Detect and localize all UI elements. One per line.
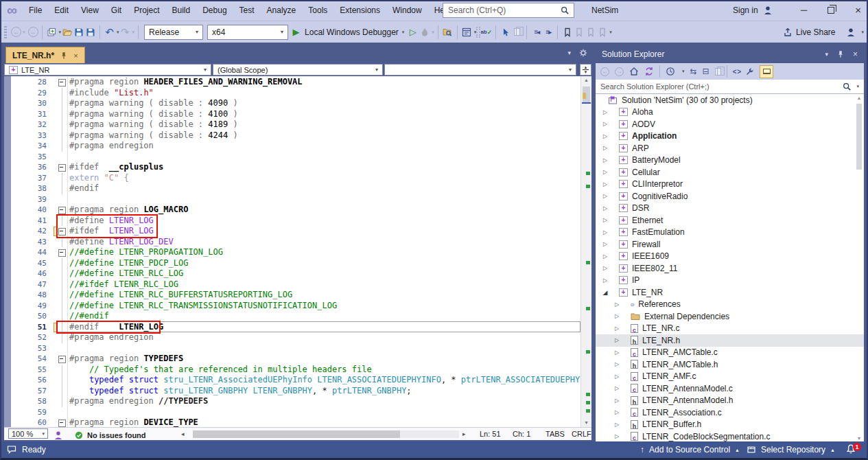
code-line-38[interactable]: 38#endif: [11, 183, 580, 194]
tree-item-batterymodel[interactable]: ▷+BatteryModel: [596, 154, 864, 167]
undo-button[interactable]: ↶: [104, 25, 115, 40]
tree-item-fastemulation[interactable]: ▷+FastEmulation: [596, 227, 864, 239]
line-number[interactable]: 41: [11, 216, 54, 227]
code-line-50[interactable]: 50//#endif: [11, 311, 580, 322]
health-indicator[interactable]: No issues found: [75, 429, 146, 441]
code-line-46[interactable]: 46//#define LTENR_RLC_LOG: [11, 268, 580, 279]
hot-reload-dropdown[interactable]: ▾: [432, 30, 434, 35]
collapsed-arrow-icon[interactable]: ▷: [601, 133, 609, 139]
collapsed-arrow-icon[interactable]: ▷: [613, 349, 621, 356]
line-number[interactable]: 60: [11, 417, 54, 427]
code-line-48[interactable]: 48//#define LTENR_RLC_BUFFERSTATUSREPORT…: [11, 290, 580, 301]
hscroll-left-arrow[interactable]: ◂: [181, 428, 185, 440]
code-line-60[interactable]: 60#pragma region DEVICE_TYPE: [11, 417, 580, 427]
code-line-54[interactable]: 54#pragma region TYPEDEFS: [11, 354, 580, 365]
collapsed-arrow-icon[interactable]: ▷: [601, 229, 609, 235]
tree-item-ltenr-association-c[interactable]: ▷cLTENR_Association.c: [596, 406, 864, 419]
configuration-combo[interactable]: Release▾: [144, 25, 203, 40]
increase-indent-button[interactable]: ≡▸: [542, 25, 554, 40]
menu-tools[interactable]: Tools: [302, 0, 333, 21]
tree-scroll-up[interactable]: ▲: [855, 95, 863, 100]
code-line-39[interactable]: 39: [11, 194, 580, 205]
fold-collapse-box[interactable]: [58, 226, 67, 237]
code-line-35[interactable]: 35: [11, 152, 580, 163]
tab-lte-nr-h[interactable]: LTE_NR.h* ×: [5, 47, 85, 63]
sync-with-active-document-button[interactable]: [644, 67, 654, 76]
menu-window[interactable]: Window: [386, 0, 428, 21]
line-number[interactable]: 29: [11, 88, 54, 99]
toolbar-overflow-dropdown[interactable]: ▾: [609, 30, 612, 35]
tree-item-ieee1609[interactable]: ▷+IEEE1609: [596, 251, 864, 263]
properties-button[interactable]: [746, 67, 754, 76]
line-number[interactable]: 56: [11, 375, 54, 386]
horizontal-scrollbar-thumb[interactable]: [193, 430, 400, 438]
pin-tab-icon[interactable]: [60, 51, 68, 60]
collapsed-arrow-icon[interactable]: ▷: [601, 205, 609, 211]
debug-target-dropdown[interactable]: ▾: [402, 30, 405, 35]
feedback-person-icon[interactable]: [846, 27, 856, 37]
panel-menu-dropdown-icon[interactable]: ▾: [825, 51, 828, 58]
line-number[interactable]: 50: [11, 311, 54, 322]
collapsed-arrow-icon[interactable]: ▷: [601, 277, 609, 284]
fold-collapse-box[interactable]: [58, 205, 67, 216]
line-number[interactable]: 32: [11, 119, 54, 130]
intellicode-icon[interactable]: [54, 429, 63, 441]
filter-dropdown[interactable]: ▾: [682, 69, 685, 74]
collapsed-arrow-icon[interactable]: ▷: [613, 385, 621, 391]
code-line-51[interactable]: 51#endif LTENR_LOG: [11, 322, 580, 333]
minimize-button[interactable]: ─: [801, 0, 807, 21]
live-share-button[interactable]: Live Share ▾: [782, 27, 864, 37]
code-line-34[interactable]: 34#pragma endregion: [11, 141, 580, 152]
notifications-button[interactable]: 1: [846, 444, 856, 456]
se-forward-button[interactable]: →: [615, 67, 624, 76]
tree-item-application[interactable]: ▷+Application: [596, 130, 864, 143]
horizontal-scrollbar[interactable]: [193, 430, 459, 438]
scope-dropdown[interactable]: (Global Scope) ▾: [213, 64, 383, 76]
editor-split-handle[interactable]: ▲▼: [580, 64, 591, 76]
collapsed-arrow-icon[interactable]: ▷: [601, 109, 609, 115]
navigate-forward-button[interactable]: →: [28, 27, 38, 37]
fold-collapse-box[interactable]: [58, 77, 67, 88]
scroll-down-arrow[interactable]: ▲: [581, 421, 591, 426]
tree-item-ltenr-amctable-c[interactable]: ▷cLTENR_AMCTable.c: [596, 347, 864, 359]
collapsed-arrow-icon[interactable]: ▷: [613, 373, 621, 380]
vertical-scrollbar[interactable]: ▲ ▲: [580, 76, 591, 427]
code-line-52[interactable]: 52#pragma endregion: [11, 332, 580, 343]
switch-views-button[interactable]: ⇆: [690, 67, 697, 76]
collapsed-arrow-icon[interactable]: ▷: [601, 193, 609, 199]
collapsed-arrow-icon[interactable]: ▷: [613, 337, 621, 343]
code-line-33[interactable]: 33#pragma warning ( disable : 4244 ): [11, 130, 580, 141]
line-number[interactable]: 59: [11, 407, 54, 418]
collapsed-arrow-icon[interactable]: ▷: [601, 157, 609, 163]
tree-item-dsr[interactable]: ▷+DSR: [596, 203, 864, 215]
code-line-40[interactable]: 40#pragma region LOG_MACRO: [11, 205, 580, 216]
close-button[interactable]: ×: [855, 0, 861, 21]
tree-item-ltenr-antennamodel-c[interactable]: ▷cLTENR_AntennaModel.c: [596, 382, 864, 395]
code-line-47[interactable]: 47//#ifdef LTENR_RLC_LOG: [11, 279, 580, 290]
new-project-button[interactable]: [46, 25, 58, 40]
tree-item-references[interactable]: ▷o▫References: [596, 299, 864, 311]
line-number[interactable]: 47: [11, 279, 54, 290]
code-line-55[interactable]: 55 // Typedef's that are referenced in m…: [11, 365, 580, 376]
collapsed-arrow-icon[interactable]: ▷: [601, 217, 609, 223]
tree-item-cellular[interactable]: ▷+Cellular: [596, 166, 864, 179]
clear-bookmarks-button[interactable]: [596, 25, 608, 40]
toggle-bookmark-button[interactable]: [561, 25, 573, 40]
line-number[interactable]: 36: [11, 162, 54, 173]
tree-item-ltenr-antennamodel-h[interactable]: ▷hLTENR_AntennaModel.h: [596, 395, 864, 407]
member-dropdown[interactable]: ▾: [384, 64, 576, 76]
tree-item-ltenr-codeblocksegmentation-c[interactable]: ▷cLTENR_CodeBlockSegmentation.c: [596, 430, 864, 443]
se-back-button[interactable]: ←: [600, 67, 609, 76]
line-number[interactable]: 42: [11, 226, 54, 237]
line-number[interactable]: 45: [11, 258, 54, 269]
line-number[interactable]: 54: [11, 354, 54, 365]
menu-git[interactable]: Git: [105, 0, 128, 21]
scroll-up-arrow[interactable]: ▲: [581, 78, 591, 82]
solution-explorer-header[interactable]: Solution Explorer ▾ ×: [596, 45, 864, 63]
code-line-56[interactable]: 56 typedef struct stru_LTENR_AssociatedU…: [11, 375, 580, 386]
fold-collapse-box[interactable]: [58, 417, 67, 427]
tree-scroll-down[interactable]: ▲: [855, 437, 863, 441]
code-line-42[interactable]: 42#ifdef LTENR_LOG: [11, 226, 580, 237]
editor-options-gear-icon[interactable]: [579, 49, 587, 57]
code-line-32[interactable]: 32#pragma warning ( disable : 4189 ): [11, 119, 580, 130]
